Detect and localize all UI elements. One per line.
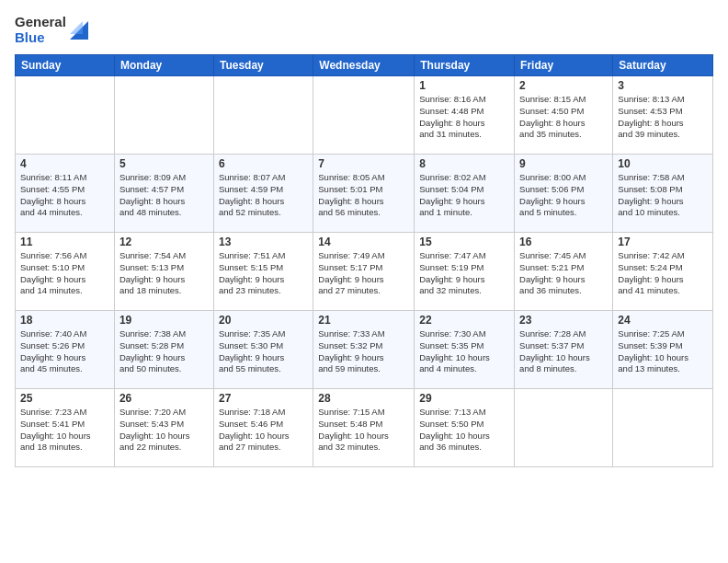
day-number: 1: [419, 79, 509, 92]
logo-text: General Blue: [15, 15, 66, 45]
day-number: 19: [119, 314, 209, 327]
calendar-cell: 2Sunrise: 8:15 AM Sunset: 4:50 PM Daylig…: [515, 76, 613, 155]
calendar-cell: 3Sunrise: 8:13 AM Sunset: 4:53 PM Daylig…: [613, 76, 713, 155]
calendar-cell: 19Sunrise: 7:38 AM Sunset: 5:28 PM Dayli…: [114, 311, 213, 389]
calendar-cell: 18Sunrise: 7:40 AM Sunset: 5:26 PM Dayli…: [16, 311, 115, 389]
day-number: 20: [219, 314, 308, 327]
day-info: Sunrise: 7:51 AM Sunset: 5:15 PM Dayligh…: [219, 250, 308, 297]
day-info: Sunrise: 7:38 AM Sunset: 5:28 PM Dayligh…: [119, 328, 209, 375]
calendar-cell: 12Sunrise: 7:54 AM Sunset: 5:13 PM Dayli…: [114, 233, 213, 311]
calendar-cell: 10Sunrise: 7:58 AM Sunset: 5:08 PM Dayli…: [613, 155, 713, 233]
weekday-header-wednesday: Wednesday: [313, 55, 415, 76]
day-number: 13: [219, 236, 308, 248]
weekday-header-friday: Friday: [515, 55, 613, 76]
calendar-cell: 8Sunrise: 8:02 AM Sunset: 5:04 PM Daylig…: [415, 155, 515, 233]
day-info: Sunrise: 8:07 AM Sunset: 4:59 PM Dayligh…: [219, 172, 308, 219]
day-info: Sunrise: 8:00 AM Sunset: 5:06 PM Dayligh…: [519, 172, 608, 219]
calendar-cell: 20Sunrise: 7:35 AM Sunset: 5:30 PM Dayli…: [213, 311, 313, 389]
day-number: 6: [219, 157, 308, 170]
weekday-header-saturday: Saturday: [613, 55, 713, 76]
weekday-header-row: SundayMondayTuesdayWednesdayThursdayFrid…: [16, 55, 713, 76]
day-info: Sunrise: 7:25 AM Sunset: 5:39 PM Dayligh…: [618, 328, 708, 375]
day-number: 9: [519, 157, 608, 170]
day-info: Sunrise: 7:35 AM Sunset: 5:30 PM Dayligh…: [219, 328, 308, 375]
day-number: 7: [318, 157, 409, 170]
week-row-3: 11Sunrise: 7:56 AM Sunset: 5:10 PM Dayli…: [16, 233, 713, 311]
calendar-cell: [313, 76, 415, 155]
day-number: 15: [419, 236, 509, 248]
day-number: 5: [119, 157, 209, 170]
day-info: Sunrise: 7:56 AM Sunset: 5:10 PM Dayligh…: [20, 250, 109, 297]
calendar-cell: 5Sunrise: 8:09 AM Sunset: 4:57 PM Daylig…: [114, 155, 213, 233]
day-info: Sunrise: 7:20 AM Sunset: 5:43 PM Dayligh…: [119, 407, 209, 454]
day-number: 22: [419, 314, 509, 327]
day-info: Sunrise: 7:23 AM Sunset: 5:41 PM Dayligh…: [20, 407, 109, 454]
calendar-cell: 28Sunrise: 7:15 AM Sunset: 5:48 PM Dayli…: [313, 389, 415, 467]
day-number: 25: [20, 392, 109, 405]
calendar-cell: [114, 76, 213, 155]
day-number: 27: [219, 392, 308, 405]
day-number: 28: [318, 392, 409, 405]
day-info: Sunrise: 7:28 AM Sunset: 5:37 PM Dayligh…: [519, 328, 608, 375]
day-info: Sunrise: 7:18 AM Sunset: 5:46 PM Dayligh…: [219, 407, 308, 454]
day-info: Sunrise: 7:49 AM Sunset: 5:17 PM Dayligh…: [318, 250, 409, 297]
day-info: Sunrise: 7:47 AM Sunset: 5:19 PM Dayligh…: [419, 250, 509, 297]
day-info: Sunrise: 8:11 AM Sunset: 4:55 PM Dayligh…: [20, 172, 109, 219]
weekday-header-monday: Monday: [114, 55, 213, 76]
logo-blue: Blue: [15, 30, 66, 46]
day-number: 21: [318, 314, 409, 327]
day-number: 11: [20, 236, 109, 248]
calendar-cell: 29Sunrise: 7:13 AM Sunset: 5:50 PM Dayli…: [415, 389, 515, 467]
day-number: 12: [119, 236, 209, 248]
week-row-4: 18Sunrise: 7:40 AM Sunset: 5:26 PM Dayli…: [16, 311, 713, 389]
calendar-cell: 14Sunrise: 7:49 AM Sunset: 5:17 PM Dayli…: [313, 233, 415, 311]
day-info: Sunrise: 7:42 AM Sunset: 5:24 PM Dayligh…: [618, 250, 708, 297]
day-number: 10: [618, 157, 708, 170]
calendar-cell: 16Sunrise: 7:45 AM Sunset: 5:21 PM Dayli…: [515, 233, 613, 311]
calendar-cell: 24Sunrise: 7:25 AM Sunset: 5:39 PM Dayli…: [613, 311, 713, 389]
calendar-cell: 27Sunrise: 7:18 AM Sunset: 5:46 PM Dayli…: [213, 389, 313, 467]
day-number: 16: [519, 236, 608, 248]
calendar-cell: 21Sunrise: 7:33 AM Sunset: 5:32 PM Dayli…: [313, 311, 415, 389]
calendar-cell: [515, 389, 613, 467]
day-number: 26: [119, 392, 209, 405]
day-number: 2: [519, 79, 608, 92]
day-info: Sunrise: 8:16 AM Sunset: 4:48 PM Dayligh…: [419, 94, 509, 141]
calendar-cell: 22Sunrise: 7:30 AM Sunset: 5:35 PM Dayli…: [415, 311, 515, 389]
day-info: Sunrise: 8:02 AM Sunset: 5:04 PM Dayligh…: [419, 172, 509, 219]
day-number: 29: [419, 392, 509, 405]
day-number: 4: [20, 157, 109, 170]
calendar-cell: 7Sunrise: 8:05 AM Sunset: 5:01 PM Daylig…: [313, 155, 415, 233]
page: General Blue SundayMondayTuesdayWednesda…: [0, 0, 728, 563]
calendar-cell: 1Sunrise: 8:16 AM Sunset: 4:48 PM Daylig…: [415, 76, 515, 155]
day-info: Sunrise: 7:58 AM Sunset: 5:08 PM Dayligh…: [618, 172, 708, 219]
calendar-cell: 6Sunrise: 8:07 AM Sunset: 4:59 PM Daylig…: [213, 155, 313, 233]
calendar-cell: 11Sunrise: 7:56 AM Sunset: 5:10 PM Dayli…: [16, 233, 115, 311]
day-info: Sunrise: 7:33 AM Sunset: 5:32 PM Dayligh…: [318, 328, 409, 375]
calendar-cell: [613, 389, 713, 467]
logo: General Blue: [15, 15, 88, 45]
day-info: Sunrise: 7:13 AM Sunset: 5:50 PM Dayligh…: [419, 407, 509, 454]
header: General Blue: [15, 15, 713, 45]
day-info: Sunrise: 8:13 AM Sunset: 4:53 PM Dayligh…: [618, 94, 708, 141]
day-number: 17: [618, 236, 708, 248]
day-number: 23: [519, 314, 608, 327]
calendar-cell: [213, 76, 313, 155]
day-info: Sunrise: 7:45 AM Sunset: 5:21 PM Dayligh…: [519, 250, 608, 297]
svg-marker-1: [70, 21, 83, 34]
day-info: Sunrise: 8:09 AM Sunset: 4:57 PM Dayligh…: [119, 172, 209, 219]
week-row-2: 4Sunrise: 8:11 AM Sunset: 4:55 PM Daylig…: [16, 155, 713, 233]
week-row-1: 1Sunrise: 8:16 AM Sunset: 4:48 PM Daylig…: [16, 76, 713, 155]
logo-triangle-icon: [70, 21, 88, 40]
day-number: 24: [618, 314, 708, 327]
day-number: 3: [618, 79, 708, 92]
weekday-header-thursday: Thursday: [415, 55, 515, 76]
day-info: Sunrise: 7:15 AM Sunset: 5:48 PM Dayligh…: [318, 407, 409, 454]
calendar-cell: 15Sunrise: 7:47 AM Sunset: 5:19 PM Dayli…: [415, 233, 515, 311]
calendar-table: SundayMondayTuesdayWednesdayThursdayFrid…: [15, 54, 713, 467]
calendar-cell: 25Sunrise: 7:23 AM Sunset: 5:41 PM Dayli…: [16, 389, 115, 467]
day-info: Sunrise: 8:15 AM Sunset: 4:50 PM Dayligh…: [519, 94, 608, 141]
calendar-cell: 9Sunrise: 8:00 AM Sunset: 5:06 PM Daylig…: [515, 155, 613, 233]
day-number: 14: [318, 236, 409, 248]
calendar-cell: [16, 76, 115, 155]
